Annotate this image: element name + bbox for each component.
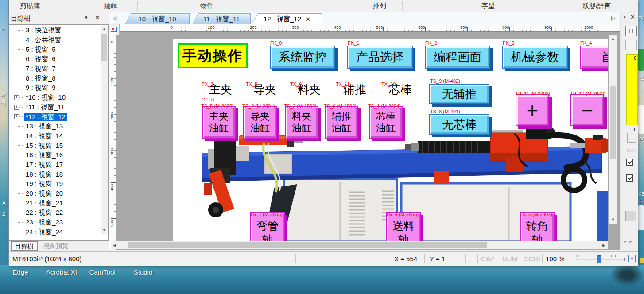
zoom-out-icon[interactable]: − [570, 255, 574, 263]
tree-item[interactable]: + 9 : 視窗_9 [10, 83, 99, 93]
state-color-swatch[interactable]: 0 [626, 54, 638, 125]
tree-item[interactable]: + 19 : 視窗_19 [10, 179, 99, 189]
hmi-axis-button[interactable]: TS_4 (M-2806) 送料 轴 [386, 212, 421, 241]
canvas-vertical-scrollbar[interactable]: ▲ ▼ [609, 35, 617, 224]
chevron-down-icon[interactable]: ▾ [85, 15, 88, 20]
menu-item[interactable]: 狀態/語言 [568, 2, 625, 10]
menu-item[interactable]: 字型 [468, 2, 508, 10]
scroll-up-icon[interactable]: ▲ [609, 35, 617, 43]
hmi-text-label[interactable]: TX_3 主夹 [196, 82, 245, 97]
chevron-down-icon[interactable]: ▾ [624, 15, 626, 19]
checkbox-checked-icon[interactable] [626, 159, 633, 166]
tab-scroll-right-icon[interactable]: ▷ [611, 15, 615, 21]
blank-tool-button[interactable] [625, 40, 637, 50]
desktop-icon-label[interactable]: CamTool [82, 268, 123, 276]
expand-plus-icon[interactable]: + [14, 105, 19, 110]
tree-item[interactable]: + *12 : 視窗_12 [10, 112, 99, 122]
hmi-nav-button[interactable]: FK_1 产品选择 [347, 46, 413, 69]
scroll-right-icon[interactable]: ▶ [600, 241, 608, 249]
hmi-text-label[interactable]: TX_6 料夹 [285, 82, 334, 97]
hmi-axis-button[interactable]: TS_7 (M-2805) 弯管 轴 [250, 212, 285, 241]
hmi-text-label[interactable]: TX_10 芯棒 [376, 82, 425, 97]
hmi-cylinder-button[interactable]: TS_1 (M-2804) 芯棒 油缸 [369, 106, 403, 139]
desktop-icon-label[interactable]: Studio [123, 268, 163, 276]
tree-item-label: 9 : 視窗_9 [24, 84, 57, 92]
hmi-nav-button[interactable]: FK_0 系统监控 [270, 46, 335, 69]
zoom-slider-thumb[interactable] [597, 255, 601, 263]
close-icon[interactable]: ✕ [95, 14, 100, 21]
tab-scroll-left-icon[interactable]: ◁ [113, 15, 116, 21]
selection-tool-button[interactable]: [ ] [625, 26, 637, 36]
tree-item[interactable]: + 14 : 視窗_14 [10, 132, 99, 141]
tree-item[interactable]: + 20 : 視窗_20 [10, 189, 99, 199]
tree-item[interactable]: + 3 : 快選視窗 [10, 26, 99, 35]
tree-item-label: 21 : 視窗_21 [24, 199, 64, 208]
panel-bottom-tab[interactable]: 目錄樹 [11, 241, 38, 251]
hmi-text-label[interactable]: TX_5 导夹 [241, 82, 289, 97]
menu-item[interactable]: 物件 [187, 2, 227, 10]
hmi-cylinder-button[interactable]: TS_5 (M-2800) 主夹 油缸 [202, 106, 236, 139]
device-model-label: MT6103iP (1024 x 600) [12, 255, 81, 263]
tree-item[interactable]: + 15 : 視窗_15 [10, 141, 99, 151]
hmi-aux-button[interactable]: TS_8 (M-401) 无芯棒 [429, 114, 489, 135]
hmi-nav-button[interactable]: FK_3 机械参数 [502, 46, 568, 69]
scrollbar-thumb[interactable] [128, 242, 487, 248]
hmi-jog-button[interactable]: TS_10 (M-2603) − [570, 94, 604, 126]
tree-item-label: 13 : 視窗_13 [24, 122, 64, 131]
expand-plus-icon[interactable]: + [14, 114, 19, 119]
hmi-aux-button[interactable]: TS_9 (M-402) 无辅推 [429, 84, 489, 104]
hmi-canvas[interactable]: 手动操作 TX_2 FK_0 系统监控 FK_1 产品选择 FK_2 编程画面 … [173, 39, 608, 241]
expand-plus-icon[interactable]: + [14, 95, 19, 100]
zoom-in-icon[interactable]: + [622, 255, 626, 263]
desktop-icon-label[interactable]: Edge [0, 268, 41, 276]
window-tab[interactable]: 10 - 視窗_10 ✕ [125, 13, 190, 24]
window-tab[interactable]: 12 - 視窗_12 ✕ [252, 13, 322, 24]
ruler-tick-label: 600 [418, 25, 425, 30]
fit-to-window-icon[interactable] [628, 255, 636, 262]
hmi-nav-button[interactable]: FK_2 编程画面 [425, 46, 490, 69]
hmi-axis-button[interactable]: TS_0 (M-2807) 转角 轴 [520, 212, 555, 241]
tree-item[interactable]: + *11 : 視窗_11 [10, 103, 99, 112]
tree-item[interactable]: + 13 : 視窗_13 [10, 122, 99, 132]
window-tab[interactable]: 11 - 視窗_11 ✕ [192, 13, 251, 24]
tree-item[interactable]: + 6 : 視窗_6 [10, 54, 99, 64]
canvas-horizontal-scrollbar[interactable]: ◀ ▶ [111, 241, 608, 249]
menu-item[interactable]: 剪貼簿 [10, 2, 50, 10]
tab-close-icon[interactable]: ✕ [306, 16, 310, 23]
scroll-up-icon[interactable]: ▲ [101, 26, 108, 33]
tree-item[interactable]: + 16 : 視窗_16 [10, 151, 99, 160]
scroll-down-icon[interactable]: ▼ [609, 216, 617, 224]
ruler-tick-label: 100 [110, 77, 114, 83]
scroll-left-icon[interactable]: ◀ [111, 241, 118, 249]
panel-bottom-tab[interactable]: 視窗預覽 [38, 241, 74, 251]
gray-tool-button[interactable] [625, 211, 636, 221]
hmi-cylinder-button[interactable]: TS_3 (M-2802) 料夹 油缸 [285, 106, 318, 139]
scrollbar-thumb[interactable] [101, 34, 107, 61]
desktop-icon-label[interactable]: Acrobat XI [41, 268, 82, 276]
hmi-cylinder-button[interactable]: TS_2 (M-2801) 导夹 油缸 [243, 106, 277, 139]
scroll-down-icon[interactable]: ▼ [101, 227, 108, 234]
tree-item[interactable]: + 24 : 視窗_24 [10, 227, 99, 237]
tree-item[interactable]: + 4 : 公共視窗 [10, 35, 99, 45]
tree-item[interactable]: + 17 : 視窗_17 [10, 160, 99, 170]
hmi-jog-button[interactable]: TS_11 (M-2602) + [516, 94, 549, 126]
hmi-cylinder-button[interactable]: TS_6 (M-2803) 辅推 油缸 [325, 106, 358, 139]
state-one-swatch[interactable] [627, 133, 636, 143]
tree-item[interactable]: + *10 : 視窗_10 [10, 93, 99, 103]
tree-item[interactable]: + 5 : 視窗_5 [10, 45, 99, 54]
tree-item[interactable]: + 23 : 視窗_23 [10, 218, 99, 228]
tree-item[interactable]: + 22 : 視窗_22 [10, 208, 99, 218]
tree-item[interactable]: + 8 : 視窗_8 [10, 74, 99, 83]
tree-item[interactable]: + 21 : 視窗_21 [10, 198, 99, 208]
tree-item-label: 6 : 視窗_6 [24, 55, 57, 63]
tree-item[interactable]: + 18 : 視窗_18 [10, 170, 99, 179]
hmi-text-label[interactable]: TX_11 辅推 [330, 82, 379, 97]
hmi-nav-button[interactable]: FK_4 首页 [580, 46, 608, 69]
menu-item[interactable]: 排列 [360, 2, 400, 10]
scrollbar-thumb[interactable] [610, 86, 616, 159]
ruler-tick-label: 500 [376, 25, 383, 30]
checkbox-checked-icon[interactable] [626, 174, 633, 182]
tree-item[interactable]: + 7 : 視窗_7 [10, 64, 99, 74]
close-icon[interactable]: ✕ [630, 14, 635, 20]
tree-scrollbar[interactable]: ▲ ▼ [101, 26, 108, 234]
